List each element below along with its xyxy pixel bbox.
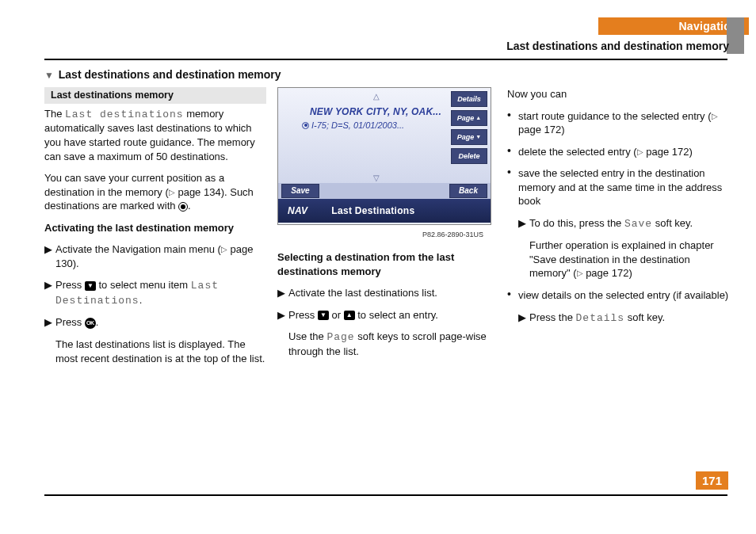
figure-caption: P82.86-2890-31US bbox=[277, 230, 499, 239]
figure-screen-area: △ NEW YORK CITY, NY, OAK... I-75; D=S, 0… bbox=[278, 88, 491, 183]
step: ▶ Press ▼ or ▲ to select an entry. bbox=[277, 308, 499, 322]
paragraph: The Last destinations memory automatical… bbox=[44, 107, 266, 163]
section-title-text: Last destinations and destination memory bbox=[59, 68, 281, 81]
triangle-down-icon: ▼ bbox=[475, 133, 481, 140]
key-up-icon: ▲ bbox=[344, 311, 355, 320]
bullet: • view details on the selected entry (if… bbox=[507, 288, 729, 303]
bullet-icon: • bbox=[507, 145, 518, 159]
mono-text: Details bbox=[576, 312, 625, 324]
bullet-icon: • bbox=[507, 166, 518, 208]
step: ▶ Activate the last destinations list. bbox=[277, 286, 499, 300]
header-side-tab bbox=[727, 17, 744, 54]
bullet: • start route guidance to the selected e… bbox=[507, 109, 729, 137]
sub-step: ▶ Press the Details soft key. bbox=[518, 311, 729, 326]
bullet-icon: • bbox=[507, 288, 518, 303]
triangle-up-icon: ▲ bbox=[475, 114, 481, 121]
subhead-last-destinations-memory: Last destinations memory bbox=[44, 87, 266, 104]
footer-rule bbox=[44, 494, 727, 496]
step: ▶ Press ▼ to select menu item Last Desti… bbox=[44, 278, 266, 307]
sub-step: ▶ To do this, press the Save soft key. bbox=[518, 216, 729, 231]
paragraph: You can save your current position as a … bbox=[44, 171, 266, 213]
paragraph: The last destinations list is displayed.… bbox=[55, 338, 266, 365]
paragraph: Use the Page soft keys to scroll page-wi… bbox=[288, 330, 499, 358]
step-bullet-icon: ▶ bbox=[277, 308, 288, 322]
bullet: • delete the selected entry (▷ page 172) bbox=[507, 145, 729, 159]
step-bullet-icon: ▶ bbox=[518, 216, 529, 231]
page-ref-icon: ▷ bbox=[577, 269, 583, 277]
subheading: Activating the last destination memory bbox=[44, 221, 266, 235]
bullet-icon: • bbox=[507, 109, 518, 137]
step-bullet-icon: ▶ bbox=[44, 315, 55, 330]
step: ▶ Activate the Navigation main menu (▷ p… bbox=[44, 242, 266, 270]
figure-list-entry: NEW YORK CITY, NY, OAK... bbox=[310, 105, 441, 118]
ok-button-icon: OK bbox=[85, 318, 96, 329]
mono-text: Last destinations bbox=[65, 109, 184, 120]
screen-title: Last Destinations bbox=[331, 204, 414, 217]
section-title: ▼ Last destinations and destination memo… bbox=[44, 68, 338, 81]
mode-label: NAV bbox=[288, 204, 307, 217]
screenshot-figure: △ NEW YORK CITY, NY, OAK... I-75; D=S, 0… bbox=[277, 87, 491, 225]
page-ref-icon: ▷ bbox=[712, 112, 718, 120]
step-bullet-icon: ▶ bbox=[44, 242, 55, 270]
softkey-page-up: Page▲ bbox=[451, 110, 487, 126]
page-ref-icon: ▷ bbox=[169, 188, 175, 196]
column-2: △ NEW YORK CITY, NY, OAK... I-75; D=S, 0… bbox=[277, 87, 499, 366]
column-1: Last destinations memory The Last destin… bbox=[44, 87, 266, 373]
page-ref-icon: ▷ bbox=[221, 245, 227, 254]
paragraph: Further operation is explained in chapte… bbox=[529, 238, 729, 280]
subheading: Selecting a destination from the last de… bbox=[277, 250, 499, 278]
mono-text: Save bbox=[624, 218, 652, 230]
figure-softkey-row: Save Back bbox=[278, 183, 491, 199]
softkey-column: Details Page▲ Page▼ Delete bbox=[451, 91, 487, 164]
mono-text: Page bbox=[326, 331, 354, 343]
marker-icon bbox=[178, 202, 188, 212]
scroll-up-icon: △ bbox=[373, 91, 380, 102]
step-bullet-icon: ▶ bbox=[277, 286, 288, 300]
figure-status-bar: NAV Last Destinations bbox=[278, 199, 491, 223]
step-bullet-icon: ▶ bbox=[518, 311, 529, 326]
paragraph: Now you can bbox=[507, 87, 729, 101]
softkey-delete: Delete bbox=[451, 148, 487, 164]
bullet: • save the selected entry in the destina… bbox=[507, 166, 729, 208]
page-number: 171 bbox=[696, 471, 728, 490]
key-down-icon: ▼ bbox=[85, 281, 96, 291]
key-down-icon: ▼ bbox=[318, 311, 329, 320]
step: ▶ Press OK. bbox=[44, 315, 266, 330]
softkey-page-down: Page▼ bbox=[451, 129, 487, 145]
step-bullet-icon: ▶ bbox=[44, 278, 55, 307]
softkey-back: Back bbox=[449, 184, 487, 198]
header-rule bbox=[44, 59, 727, 60]
triangle-down-icon: ▼ bbox=[44, 70, 54, 81]
marker-icon bbox=[302, 122, 309, 129]
scroll-down-icon: ▽ bbox=[373, 173, 380, 184]
figure-list-entry: I-75; D=S, 01/01/2003... bbox=[302, 120, 404, 132]
softkey-details: Details bbox=[451, 91, 487, 107]
header-subtitle: Last destinations and destination memory bbox=[269, 40, 729, 52]
page-ref-icon: ▷ bbox=[637, 147, 643, 156]
column-3: Now you can • start route guidance to th… bbox=[507, 87, 729, 333]
softkey-save: Save bbox=[281, 184, 319, 198]
